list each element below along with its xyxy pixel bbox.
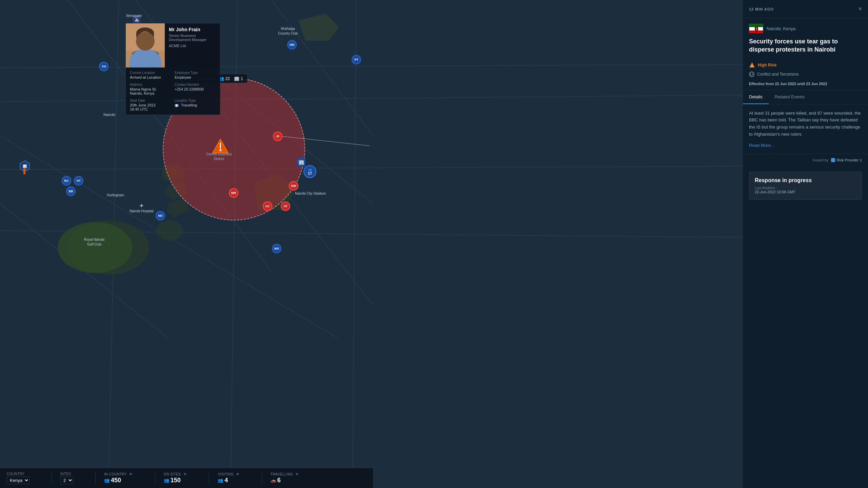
label-muthaiga: MuthaigaCountry Club [278,26,298,36]
svg-point-64 [750,73,751,74]
marker-BA[interactable]: BA [62,176,71,186]
label-nairobi: Nairobi [103,113,115,117]
time-ago: 12 MIN AGO [749,7,774,11]
response-card: Response in progress Last Modified : 22-… [749,172,862,200]
risk-badge: High Risk [758,63,776,67]
panel-header: 12 MIN AGO × [743,0,868,18]
response-modified-label: Last Modified : [755,186,856,190]
response-title: Response in progress [755,177,856,183]
divider-5 [262,472,262,484]
orange-pin[interactable] [22,168,27,176]
issuer-name: Risk Provider 1 [836,158,862,162]
person-photo [126,23,165,67]
divider-2 [95,472,96,484]
panel-location: Nairobi, Kenya [743,18,868,36]
location-indicator: 🏢 1 [234,76,243,81]
marker-JF[interactable]: JF [273,132,282,141]
marker-HT[interactable]: HT [74,176,83,186]
label-hurlingham: Hurlingham [107,193,124,197]
risk-type-row: Conflict and Terrorisms [743,71,868,80]
issuer-badge: Risk Provider 1 [831,158,862,162]
effective-dates: Effective from 22 Jun 2022 until 23 Jun … [743,80,868,90]
map-container[interactable]: ⊙ 10 Km 👥 22 🏢 1 ⚠ YH NM PT JF [0,0,743,488]
marker-ND[interactable]: ND [156,211,165,220]
event-title: Security forces use tear gas to disperse… [743,36,868,59]
svg-point-33 [156,220,183,241]
address-field: Address Mama Ngina St, Nairobi, Kenya [130,83,171,95]
label-stadium: Nairobi City Stadium [295,192,326,195]
person-title: Senior Business Development Manager [169,34,216,42]
marker-PT[interactable]: PT [352,55,361,64]
svg-marker-49 [22,168,26,174]
person-company: ACME Ltd [169,44,216,48]
divider-3 [155,472,155,484]
panel-body: At least 31 people were killed, and 87 w… [743,104,868,154]
country-select[interactable]: Kenya [7,476,29,484]
people-value: 22 [225,76,230,81]
close-button[interactable]: × [858,5,862,13]
label-golf: Royal NairobiGolf Club [84,237,104,247]
marker-NW[interactable]: NW [289,181,298,191]
marker-AT[interactable]: AT [281,201,290,211]
bottom-bar: COUNTRY Kenya SITES 2 IN COUNTRY 👁 [0,468,373,488]
tabs-row: Details Related Events [743,90,868,104]
svg-point-63 [749,72,754,77]
travelling-eye[interactable]: 👁 [295,472,299,476]
map-background [0,0,743,488]
issuer-color-square [831,158,835,162]
in-country-eye[interactable]: 👁 [129,472,133,476]
location-type-field: Location Type Travelling [175,99,216,111]
travelling-stat: TRAVELLING 👁 🚗 6 [271,472,299,484]
response-modified-value: 22-Jun-2022 10:06 GMT [755,190,856,194]
warning-icon: ! [749,62,755,68]
marker-AC[interactable]: AC [263,201,272,211]
visiting-eye[interactable]: 👁 [236,472,240,476]
svg-text:!: ! [752,64,753,67]
on-sites-eye[interactable]: 👁 [183,472,187,476]
marker-MR[interactable]: MR [229,188,238,198]
svg-point-40 [58,222,132,273]
svg-point-55 [138,31,152,46]
svg-point-44 [220,149,221,151]
risk-type: Conflict and Terrorisms [757,72,798,77]
country-stat: COUNTRY Kenya [7,472,29,484]
location-value: 1 [241,76,243,81]
issuer-row: Issued by Risk Provider 1 [743,154,868,166]
person-name: Mr John Frain [169,27,216,32]
detail-text: At least 31 people were killed, and 87 w… [749,110,862,138]
cluster-marker[interactable]: 👥 17 [303,165,316,178]
label-hospital: ✚Nairobi Hospital [130,203,154,214]
risk-level-row: ! High Risk [743,59,868,71]
in-country-stat: IN COUNTRY 👁 👥 450 [104,472,133,484]
danger-marker[interactable]: ⚠ [212,138,229,155]
marker-WX[interactable]: WX [272,244,281,253]
contact-field: Contact Number +254 20 2288000 [175,83,216,95]
label-westgate: Westgate [126,14,142,18]
marker-BB[interactable]: BB [66,187,76,196]
svg-point-65 [752,73,753,74]
visiting-stat: VISITING 👁 👥 4 [218,472,240,484]
sites-stat: SITES 2 [60,472,73,484]
svg-rect-54 [136,33,154,38]
person-info: Mr John Frain Senior Business Developmen… [165,23,220,67]
location-type-flag [175,104,179,107]
employee-type-field: Employee Type Employee [175,71,216,79]
tab-details[interactable]: Details [743,90,769,104]
current-location-field: Current Location Arrived at Location [130,71,171,79]
right-panel: 12 MIN AGO × Nairobi, Kenya Security for… [743,0,868,488]
on-sites-stat: ON SITES 👁 👥 150 [164,472,187,484]
start-date-field: Start Date 20th June 2022 18:45 UTC [130,99,171,111]
sites-select[interactable]: 2 [60,476,73,484]
tab-related-events[interactable]: Related Events [769,90,811,104]
divider-1 [52,472,52,484]
marker-NM[interactable]: NM [287,40,297,50]
divider-4 [209,472,209,484]
conflict-icon [749,72,754,77]
issued-by-label: Issued by [812,158,828,162]
location-label: Nairobi, Kenya [767,26,795,31]
person-card-body: Current Location Arrived at Location Emp… [126,67,220,115]
marker-YH[interactable]: YH [99,62,108,71]
svg-rect-51 [126,51,165,67]
kenya-flag [749,24,763,33]
read-more-link[interactable]: Read More... [749,143,774,148]
